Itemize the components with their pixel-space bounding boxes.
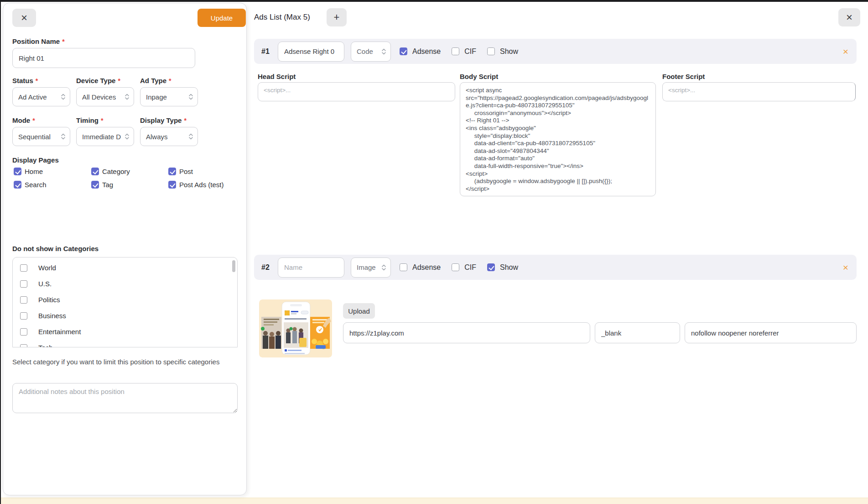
body-script-label: Body Script (460, 73, 498, 80)
ad-type-select[interactable]: Inpage (140, 87, 198, 106)
device-type-select-value: All Devices (82, 93, 116, 101)
ad-1-adsense-checkbox[interactable] (400, 47, 407, 55)
remove-icon: × (843, 262, 848, 273)
position-settings-panel: × Update Position Name* Status* Device T… (3, 3, 247, 495)
category-world-checkbox[interactable] (20, 264, 27, 272)
display-type-select-value: Always (146, 133, 168, 141)
ad-1-type-value: Code (357, 47, 373, 55)
categories-scrollbar[interactable] (232, 260, 235, 272)
window-top-border (0, 0, 868, 2)
remove-icon: × (843, 46, 848, 57)
close-modal-button[interactable]: × (838, 8, 860, 26)
category-item-world[interactable]: World (20, 264, 56, 272)
notes-textarea[interactable] (12, 383, 238, 413)
ad-row-1-header: #1 Code Adsense CIF Show × (254, 39, 857, 64)
device-type-label: Device Type (76, 77, 115, 84)
display-page-tag-checkbox[interactable] (91, 181, 99, 189)
category-politics-checkbox[interactable] (20, 296, 27, 304)
category-item-us[interactable]: U.S. (20, 280, 52, 288)
display-page-home-label: Home (25, 168, 43, 175)
chevron-updown-icon (61, 93, 66, 100)
status-select-value: Ad Active (18, 93, 47, 101)
ad-1-name-input[interactable] (278, 42, 344, 62)
category-entertainment-checkbox[interactable] (20, 328, 27, 336)
category-item-entertainment[interactable]: Entertainment (20, 328, 81, 336)
display-page-category-label: Category (102, 168, 130, 175)
page-bottom-strip (0, 498, 868, 504)
ad-row-1-number: #1 (261, 47, 273, 56)
ad-2-name-input[interactable] (278, 257, 344, 278)
status-select[interactable]: Ad Active (12, 87, 70, 106)
mode-select[interactable]: Sequential (12, 127, 70, 146)
ad-row-2-number: #2 (261, 263, 273, 272)
display-page-post-checkbox[interactable] (168, 168, 176, 175)
category-tech-checkbox[interactable] (20, 344, 27, 348)
remove-ad-2-button[interactable]: × (843, 262, 848, 272)
display-type-label: Display Type (140, 116, 182, 124)
plus-icon: + (334, 11, 340, 23)
ad-1-cif-checkbox[interactable] (452, 47, 459, 55)
close-icon: × (846, 12, 852, 23)
ad-2-type-select[interactable]: Image (351, 257, 391, 278)
display-type-select[interactable]: Always (140, 127, 198, 146)
ad-2-adsense-checkbox[interactable] (400, 263, 407, 271)
display-page-home-checkbox[interactable] (14, 168, 21, 175)
required-asterisk: * (62, 38, 64, 45)
close-panel-button[interactable]: × (12, 9, 36, 27)
device-type-select[interactable]: All Devices (76, 87, 134, 106)
ad-2-url-input[interactable] (343, 322, 590, 343)
ad-type-label: Ad Type (140, 77, 166, 84)
upload-image-button[interactable]: Upload (343, 303, 375, 319)
display-page-post-ads-label: Post Ads (test) (179, 181, 224, 189)
category-item-business[interactable]: Business (20, 312, 66, 320)
timing-select[interactable]: Immediate D (76, 127, 134, 146)
chevron-updown-icon (188, 133, 193, 140)
mode-select-value: Sequential (18, 133, 51, 141)
ad-2-show-label: Show (500, 263, 518, 272)
ad-1-type-select[interactable]: Code (351, 42, 391, 62)
ad-2-cif-checkbox[interactable] (452, 263, 459, 271)
category-us-checkbox[interactable] (20, 280, 27, 288)
remove-ad-1-button[interactable]: × (843, 47, 848, 56)
category-world-label: World (38, 264, 56, 272)
ad-1-cif-label: CIF (464, 47, 476, 56)
category-item-tech[interactable]: Tech (20, 344, 53, 347)
category-politics-label: Politics (38, 296, 60, 304)
ad-image-preview (259, 299, 332, 357)
ad-2-show-checkbox[interactable] (487, 263, 495, 271)
head-script-textarea[interactable] (258, 82, 455, 101)
required-asterisk: * (118, 77, 120, 84)
category-business-label: Business (38, 312, 66, 320)
timing-select-value: Immediate D (82, 133, 121, 141)
display-pages-label: Display Pages (12, 156, 59, 164)
ad-2-cif-label: CIF (464, 263, 476, 272)
category-entertainment-label: Entertainment (38, 328, 81, 336)
display-page-post-ads-checkbox[interactable] (168, 181, 176, 189)
display-page-tag-label: Tag (102, 181, 113, 189)
ad-2-target-input[interactable] (595, 322, 680, 343)
position-name-input[interactable] (12, 48, 195, 68)
ad-1-show-checkbox[interactable] (487, 47, 495, 55)
body-script-textarea[interactable]: <script async src="https://pagead2.googl… (460, 82, 656, 196)
ad-2-type-value: Image (357, 263, 376, 271)
chevron-updown-icon (188, 93, 193, 100)
category-tech-label: Tech (38, 344, 53, 347)
head-script-label: Head Script (258, 73, 296, 80)
ad-type-select-value: Inpage (146, 93, 167, 101)
category-business-checkbox[interactable] (20, 312, 27, 320)
required-asterisk: * (184, 117, 186, 124)
footer-script-textarea[interactable] (662, 82, 856, 101)
add-ad-button[interactable]: + (327, 8, 347, 26)
chevron-updown-icon (61, 133, 66, 140)
ad-position-editor: × Update Position Name* Status* Device T… (0, 0, 868, 504)
update-button[interactable]: Update (198, 9, 246, 27)
display-page-category-checkbox[interactable] (91, 168, 99, 175)
display-page-search-checkbox[interactable] (14, 181, 21, 189)
timing-label: Timing (76, 116, 99, 124)
ad-2-rel-input[interactable] (685, 322, 857, 343)
category-item-politics[interactable]: Politics (20, 296, 60, 304)
ad-1-show-label: Show (500, 47, 518, 56)
status-label: Status (12, 77, 33, 84)
chevron-updown-icon (381, 264, 386, 271)
display-page-post-label: Post (179, 168, 193, 175)
